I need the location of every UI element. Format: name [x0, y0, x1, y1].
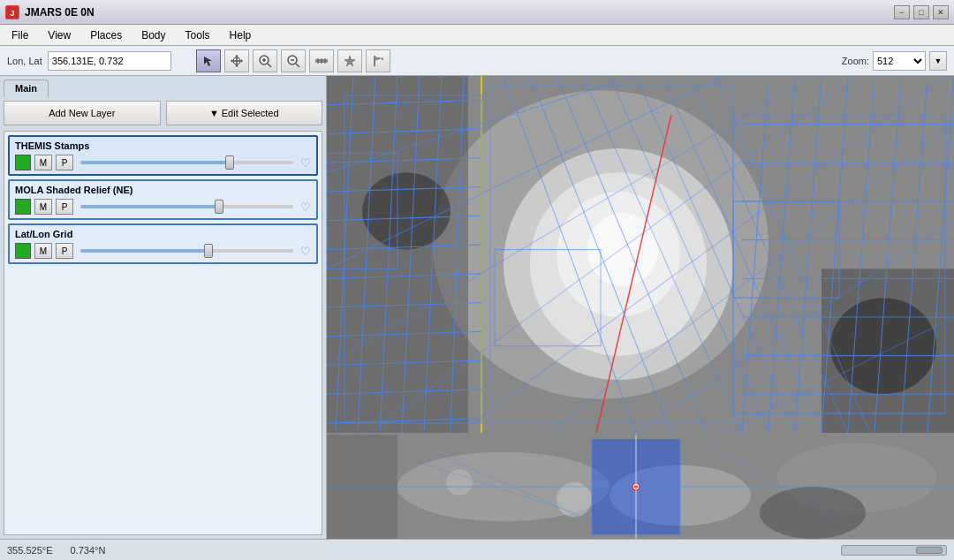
svg-text:J: J	[10, 9, 14, 18]
layer-item-latlon[interactable]: Lat/Lon Grid M P ♡	[8, 223, 318, 264]
layer-name-mola: MOLA Shaded Relief (NE)	[15, 185, 311, 195]
layer-bookmark-latlon[interactable]: ♡	[300, 245, 311, 258]
svg-point-21	[587, 213, 658, 286]
layer-item-mola[interactable]: MOLA Shaded Relief (NE) M P ♡	[8, 179, 318, 220]
svg-line-64	[556, 76, 707, 433]
svg-line-72	[327, 76, 724, 269]
svg-line-47	[768, 76, 795, 433]
zoom-in-button[interactable]	[253, 49, 277, 72]
svg-line-48	[795, 76, 822, 433]
coord-input[interactable]	[48, 51, 171, 71]
status-scrollbar[interactable]	[841, 545, 947, 556]
svg-line-62	[504, 76, 636, 433]
svg-rect-16	[327, 76, 954, 433]
svg-line-63	[530, 76, 671, 433]
layers-container: THEMIS Stamps M P ♡ MOLA Shaded Relief (…	[4, 131, 322, 535]
svg-line-38	[327, 216, 481, 220]
layer-m-btn-latlon[interactable]: M	[34, 243, 52, 259]
map-area[interactable]	[327, 76, 954, 539]
select-tool-button[interactable]	[196, 49, 221, 72]
layer-name-latlon: Lat/Lon Grid	[15, 229, 311, 239]
svg-line-40	[327, 274, 481, 278]
layer-p-btn-latlon[interactable]: P	[56, 243, 73, 259]
layer-controls-mola: M P ♡	[15, 199, 311, 215]
layer-color-themis[interactable]	[15, 155, 31, 170]
add-new-layer-label: Add New Layer	[49, 108, 115, 118]
maximize-button[interactable]: □	[913, 5, 929, 19]
svg-line-70	[716, 76, 870, 433]
layer-color-mola[interactable]	[15, 199, 31, 215]
menu-view[interactable]: View	[40, 26, 79, 44]
svg-line-73	[327, 76, 813, 366]
tab-bar: Main	[4, 79, 322, 97]
svg-line-28	[336, 76, 353, 433]
layer-m-btn-mola[interactable]: M	[34, 199, 52, 215]
svg-rect-22	[327, 76, 468, 433]
mini-map[interactable]	[327, 433, 954, 539]
svg-line-68	[662, 76, 822, 433]
zoom-out-button[interactable]	[281, 49, 306, 72]
layer-slider-themis[interactable]	[80, 161, 293, 164]
flag-button[interactable]	[366, 49, 390, 72]
edit-selected-button[interactable]: ▼ Edit Selected	[166, 101, 323, 125]
minimize-button[interactable]: −	[894, 5, 910, 19]
svg-line-36	[327, 158, 481, 163]
layer-m-btn-themis[interactable]: M	[34, 155, 52, 170]
zoom-label: Zoom:	[842, 56, 869, 66]
layer-slider-latlon[interactable]	[80, 249, 293, 253]
svg-rect-24	[822, 269, 954, 433]
app-icon: J	[5, 5, 19, 19]
layer-slider-mola[interactable]	[80, 205, 293, 208]
svg-point-90	[446, 469, 473, 496]
main-map[interactable]	[327, 76, 954, 433]
add-new-layer-button[interactable]: Add New Layer	[4, 101, 161, 125]
svg-rect-84	[327, 153, 398, 269]
close-button[interactable]: ✕	[933, 5, 949, 19]
menu-tools[interactable]: Tools	[178, 26, 218, 44]
svg-point-19	[530, 172, 707, 355]
layer-color-latlon[interactable]	[15, 243, 31, 259]
menu-places[interactable]: Places	[82, 26, 130, 44]
svg-line-49	[822, 76, 848, 433]
layer-p-btn-mola[interactable]: P	[56, 199, 73, 215]
svg-point-20	[556, 192, 680, 317]
svg-line-76	[548, 125, 954, 433]
svg-line-39	[327, 245, 481, 249]
map-overlay-svg	[327, 76, 954, 433]
status-scrollbar-thumb[interactable]	[916, 547, 943, 554]
svg-point-18	[504, 148, 733, 380]
layer-item-themis[interactable]: THEMIS Stamps M P ♡	[8, 135, 318, 176]
zoom-dropdown-button[interactable]: ▼	[929, 51, 947, 71]
layer-name-themis: THEMIS Stamps	[15, 140, 311, 151]
svg-point-23	[362, 172, 450, 249]
svg-line-35	[327, 129, 481, 133]
svg-line-29	[358, 76, 375, 433]
svg-line-71	[327, 76, 636, 172]
svg-line-66	[610, 76, 768, 433]
layer-bookmark-mola[interactable]: ♡	[300, 201, 311, 214]
svg-line-34	[327, 100, 481, 104]
svg-line-65	[583, 76, 742, 433]
edit-selected-label: Edit Selected	[222, 108, 279, 118]
layer-bookmark-themis[interactable]: ♡	[300, 156, 311, 170]
svg-line-67	[636, 76, 795, 433]
svg-line-45	[327, 419, 481, 423]
svg-line-53	[928, 76, 954, 433]
menu-file[interactable]: File	[4, 26, 36, 44]
menu-help[interactable]: Help	[222, 26, 260, 44]
zoom-select[interactable]: 64 128 256 512 1024 2048	[873, 51, 926, 71]
svg-line-33	[450, 76, 464, 433]
title-bar-left: J JMARS 0E 0N	[5, 5, 95, 19]
svg-marker-14	[344, 56, 355, 66]
measure-button[interactable]	[309, 49, 334, 72]
window-controls[interactable]: − □ ✕	[894, 5, 949, 19]
stamp-button[interactable]	[337, 49, 362, 72]
svg-line-31	[402, 76, 420, 433]
menu-body[interactable]: Body	[133, 26, 173, 44]
pan-tool-button[interactable]	[224, 49, 249, 72]
window-title: JMARS 0E 0N	[25, 6, 95, 19]
tab-main[interactable]: Main	[4, 79, 49, 97]
layer-p-btn-themis[interactable]: P	[56, 155, 73, 170]
svg-line-77	[636, 221, 954, 433]
svg-line-44	[327, 390, 481, 394]
